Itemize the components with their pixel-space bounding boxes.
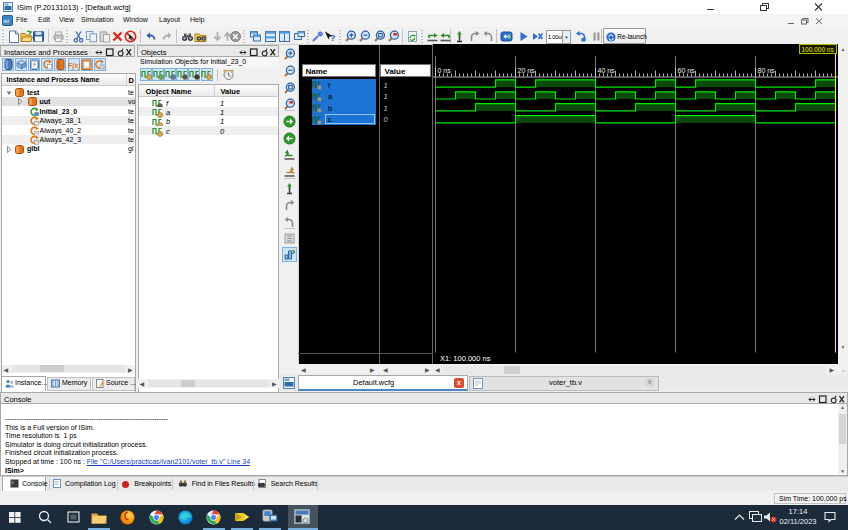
svg-text:isi: isi	[3, 18, 9, 24]
svg-text:40 ns: 40 ns	[598, 67, 616, 74]
svg-text:?: ?	[330, 33, 336, 43]
svg-text:80 ns: 80 ns	[758, 67, 776, 74]
svg-text:F(x): F(x)	[68, 62, 80, 70]
svg-text:20 ns: 20 ns	[518, 67, 536, 74]
svg-text:0 ns: 0 ns	[438, 67, 452, 74]
svg-text:60 ns: 60 ns	[678, 67, 696, 74]
svg-text:X1: 100.000 ns: X1: 100.000 ns	[440, 354, 491, 363]
